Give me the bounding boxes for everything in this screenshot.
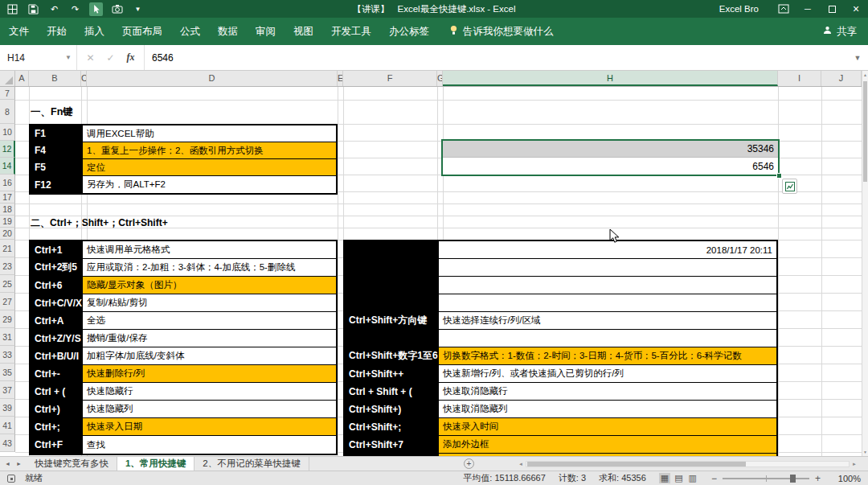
ribbon-tab-insert[interactable]: 插入	[76, 18, 113, 45]
shortcut-key-cell[interactable]: F12	[31, 176, 83, 193]
row-header-25[interactable]: 25	[0, 275, 15, 293]
shortcut-key-cell[interactable]	[345, 241, 439, 258]
shortcut-key-cell[interactable]	[345, 330, 439, 347]
column-header-j[interactable]: J	[821, 71, 862, 86]
horizontal-scrollbar[interactable]: ◄ ►	[518, 459, 857, 469]
zoom-slider-thumb[interactable]	[790, 475, 796, 483]
shortcut-key-cell[interactable]: Ctrl+Z/Y/S	[31, 330, 83, 347]
shortcut-key-cell[interactable]: Ctrl+Shift+7	[345, 436, 439, 453]
sheet-nav-left-icon[interactable]: ◄	[5, 461, 10, 467]
row-header-8[interactable]: 8	[0, 100, 15, 124]
name-box[interactable]: H14 ▼	[0, 45, 77, 70]
shortcut-key-cell[interactable]	[345, 259, 439, 276]
redo-icon[interactable]: ↷	[68, 2, 82, 16]
scroll-down-icon[interactable]: ▼	[862, 450, 868, 454]
shortcut-desc-cell[interactable]	[439, 330, 776, 347]
shortcut-key-cell[interactable]: Ctrl+6	[31, 277, 83, 294]
shortcut-desc-cell[interactable]: 隐藏/显示对象（图片）	[83, 277, 336, 294]
shortcut-key-cell[interactable]: Ctrl+-	[31, 365, 83, 382]
shortcut-desc-cell[interactable]: 快速删除行/列	[83, 365, 336, 382]
insert-function-icon[interactable]: fx	[121, 51, 141, 64]
close-button[interactable]: ×	[844, 0, 868, 18]
sheet-tab-2[interactable]: 2、不用记的菜单快捷键	[194, 457, 309, 471]
account-name[interactable]: Excel Bro	[719, 4, 759, 14]
cell-h14-active[interactable]: 6546	[443, 158, 778, 175]
sheet-tab-0[interactable]: 快捷键究竟有多快	[27, 457, 117, 471]
row-header-43[interactable]: 43	[0, 434, 15, 452]
shortcut-key-cell[interactable]	[345, 294, 439, 311]
shortcut-key-cell[interactable]: Ctrl+B/U/I	[31, 347, 83, 364]
row-header-20[interactable]: 20	[0, 228, 15, 240]
zoom-slider[interactable]	[723, 478, 809, 479]
shortcut-desc-cell[interactable]: 快速录入日期	[83, 418, 336, 435]
shortcut-key-cell[interactable]: Ctrl+Shift+数字1至6	[345, 347, 439, 364]
row-header-29[interactable]: 29	[0, 310, 15, 328]
column-header-b[interactable]: B	[29, 71, 81, 86]
row-header-41[interactable]: 41	[0, 417, 15, 434]
share-button[interactable]: 共享	[823, 25, 857, 39]
cancel-icon[interactable]: ✕	[80, 52, 100, 64]
shortcut-key-cell[interactable]: Ctrl + Shift + (	[345, 383, 439, 400]
column-header-d[interactable]: D	[87, 71, 338, 86]
column-header-a[interactable]: A	[15, 71, 29, 86]
new-sheet-button[interactable]: +	[464, 458, 474, 469]
shortcut-desc-cell[interactable]	[439, 259, 776, 276]
fill-handle[interactable]	[776, 173, 782, 179]
ribbon-display-options-button[interactable]	[772, 0, 796, 18]
ribbon-tab-formulas[interactable]: 公式	[171, 18, 209, 45]
page-break-view-icon[interactable]: ▥	[687, 473, 698, 483]
normal-view-icon[interactable]: ▦	[659, 473, 670, 483]
shortcut-desc-cell[interactable]	[439, 277, 776, 294]
pointer-mode-icon[interactable]	[89, 2, 103, 16]
shortcut-key-cell[interactable]: Ctrl+Shift++	[345, 365, 439, 382]
row-header-33[interactable]: 33	[0, 346, 15, 364]
row-header-18[interactable]: 18	[0, 203, 15, 216]
sheet-tab-1-active[interactable]: 1、常用快捷键	[117, 457, 194, 471]
row-header-35[interactable]: 35	[0, 364, 15, 381]
shortcut-desc-cell[interactable]: 查找	[83, 436, 336, 454]
zoom-out-icon[interactable]: −	[711, 473, 717, 484]
shortcut-key-cell[interactable]: Ctrl+A	[31, 312, 83, 329]
formula-bar-expand-icon[interactable]: ▼	[847, 45, 868, 70]
qat-dropdown-icon[interactable]: ▼	[131, 2, 145, 16]
row-header-12[interactable]: 12	[0, 141, 15, 158]
shortcut-desc-cell[interactable]: 快速录入时间	[439, 418, 776, 435]
shortcut-key-cell[interactable]: Ctrl+Shift+方向键	[345, 312, 439, 329]
zoom-percent[interactable]: 100%	[833, 474, 861, 483]
shortcut-key-cell[interactable]: Ctrl+;	[31, 418, 83, 435]
row-header-19[interactable]: 19	[0, 216, 15, 228]
camera-icon[interactable]	[110, 2, 124, 16]
row-header-23[interactable]: 23	[0, 257, 15, 275]
ribbon-tab-office-tab[interactable]: 办公标签	[380, 18, 438, 45]
column-header-c[interactable]: C	[81, 71, 87, 86]
formula-input[interactable]: 6546	[145, 45, 847, 70]
column-header-i[interactable]: I	[778, 71, 821, 86]
ribbon-tab-page-layout[interactable]: 页面布局	[113, 18, 171, 45]
ribbon-tab-view[interactable]: 视图	[285, 18, 322, 45]
shortcut-desc-cell[interactable]: 撤销/重做/保存	[83, 330, 336, 347]
column-header-f[interactable]: F	[343, 71, 437, 86]
tell-me-box[interactable]: 告诉我你想要做什么	[449, 25, 554, 39]
column-header-g[interactable]: G	[437, 71, 443, 86]
ribbon-tab-data[interactable]: 数据	[209, 18, 247, 45]
shortcut-desc-cell[interactable]: 添加外边框	[439, 436, 776, 453]
shortcut-desc-cell[interactable]: 全选	[83, 312, 336, 329]
shortcut-desc-cell[interactable]: 切换数字格式：1-数值；2-时间；3-日期；4-货币；5-百分比；6-科学记数	[439, 347, 776, 364]
select-all-corner[interactable]	[0, 71, 15, 86]
shortcut-desc-cell[interactable]: 定位	[83, 159, 336, 175]
enter-icon[interactable]: ✓	[100, 52, 121, 64]
scroll-left-icon[interactable]: ◄	[518, 462, 523, 467]
minimize-button[interactable]: ─	[796, 0, 820, 18]
name-box-dropdown-icon[interactable]: ▼	[65, 54, 72, 61]
shortcut-key-cell[interactable]: F1	[31, 125, 83, 142]
worksheet-grid[interactable]: ABCDEFGHIJ 一、Fn键 二、Ctrl+；Shift+；Ctrl+Shi…	[0, 71, 862, 456]
ribbon-tab-home[interactable]: 开始	[38, 18, 76, 45]
shortcut-key-cell[interactable]: Ctrl+1	[31, 241, 83, 258]
shortcut-key-cell[interactable]: Ctrl+Shift+)	[345, 401, 439, 417]
undo-icon[interactable]: ↶	[47, 2, 61, 16]
shortcut-desc-cell[interactable]: 快速取消隐藏列	[439, 401, 776, 417]
shortcut-desc-cell[interactable]: 另存为，同ALT+F2	[83, 176, 336, 193]
scroll-right-icon[interactable]: ►	[852, 462, 857, 467]
horizontal-scroll-thumb[interactable]	[527, 462, 746, 467]
shortcut-desc-cell[interactable]: 复制/粘贴/剪切	[83, 294, 336, 311]
